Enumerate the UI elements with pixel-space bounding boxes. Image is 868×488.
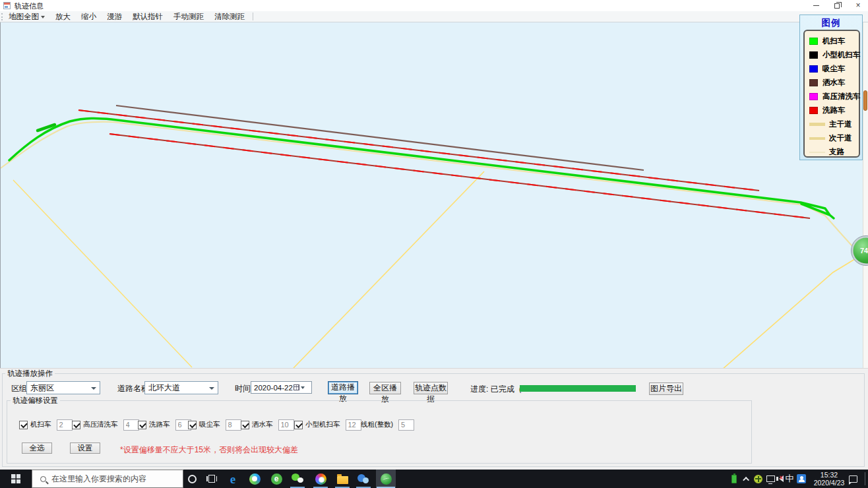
active-app-taskbar-button[interactable] xyxy=(376,470,396,488)
browser-ring-icon xyxy=(249,473,261,485)
clock-time: 15:32 xyxy=(810,471,848,479)
taskbar-search[interactable]: 在这里输入你要搜索的内容 xyxy=(32,470,183,488)
toolbar: 地图全图 放大 缩小 漫游 默认指针 手动测距 清除测距 xyxy=(0,11,868,22)
road-wash-checkbox[interactable] xyxy=(138,421,146,429)
legend-row: 小型机扫车 xyxy=(809,48,859,62)
secondary-road-swatch xyxy=(809,137,825,140)
sweeper-offset-input[interactable] xyxy=(57,419,73,431)
browser-360-taskbar-button[interactable]: e xyxy=(266,470,286,488)
checkbox-label: 高压清洗车 xyxy=(83,420,118,429)
road-select[interactable]: 北环大道 xyxy=(144,381,218,394)
contacts-tray-icon[interactable] xyxy=(795,470,807,488)
start-button[interactable] xyxy=(0,470,32,488)
clock-date: 2020/4/23 xyxy=(810,479,848,487)
legend-label: 支路 xyxy=(829,147,844,157)
app-window-icon xyxy=(3,2,11,9)
road-play-button[interactable]: 道路播放 xyxy=(328,381,358,394)
map-cluster-marker[interactable]: 74 xyxy=(852,236,868,266)
menu-item-zoom-out[interactable]: 缩小 xyxy=(76,11,102,22)
wechat-taskbar-button[interactable] xyxy=(288,470,307,488)
edge-icon: e xyxy=(230,473,235,485)
file-explorer-taskbar-button[interactable] xyxy=(332,470,352,488)
task-view-icon xyxy=(207,475,216,483)
legend-row: 次干道 xyxy=(809,131,859,145)
chrome-taskbar-button[interactable] xyxy=(311,470,330,488)
checkbox-label: 吸尘车 xyxy=(199,420,220,429)
minimize-button[interactable] xyxy=(806,0,826,11)
apply-button[interactable]: 设置 xyxy=(70,442,100,454)
time-label: 时间 xyxy=(235,383,251,394)
taskbar-clock[interactable]: 15:32 2020/4/23 xyxy=(810,471,848,487)
small-sweeper-checkbox[interactable] xyxy=(294,421,303,429)
high-pressure-offset-input[interactable] xyxy=(123,419,139,431)
screen: 轨迹信息 × 地图全图 放大 缩小 漫游 默认指针 手动测距 清除测距 xyxy=(0,0,868,488)
vacuum-offset-input[interactable] xyxy=(226,419,241,431)
cloud-app-icon xyxy=(357,473,369,484)
sweeper-color-swatch xyxy=(809,38,818,45)
offset-group-title: 轨迹偏移设置 xyxy=(11,396,60,406)
road-branch-southeast xyxy=(722,254,863,368)
sprinkler-checkbox[interactable] xyxy=(241,421,249,429)
small-sweeper-color-swatch xyxy=(809,51,818,59)
ime-label: 中 xyxy=(786,473,794,485)
offset-warning-text: *设置偏移量不应大于15米，否则将会出现较大偏差 xyxy=(120,444,298,456)
trajectory-sprinkler-line xyxy=(116,106,644,170)
legend-label: 小型机扫车 xyxy=(822,50,861,60)
district-select[interactable]: 东丽区 xyxy=(26,381,100,394)
checkbox-label: 洗路车 xyxy=(149,420,170,429)
branch-road-swatch xyxy=(809,152,825,153)
tray-overflow-button[interactable] xyxy=(741,470,752,488)
line-width-input[interactable] xyxy=(398,419,414,431)
restore-icon xyxy=(834,3,840,9)
marker-count-label: 74 xyxy=(860,247,868,255)
offset-item-high-pressure: 高压清洗车 xyxy=(72,419,139,431)
date-input[interactable] xyxy=(251,384,294,392)
antivirus-tray-icon[interactable] xyxy=(753,470,764,488)
trajectory-red-lower xyxy=(109,134,810,218)
legend-panel: 图例 机扫车 小型机扫车 吸尘车 洒水车 高压清洗车 xyxy=(799,15,863,160)
high-pressure-checkbox[interactable] xyxy=(72,421,80,429)
network-tray-icon[interactable] xyxy=(764,470,776,488)
export-image-button[interactable]: 图片导出 xyxy=(649,382,683,395)
menu-item-clear-measure[interactable]: 清除测距 xyxy=(209,11,250,22)
area-play-button[interactable]: 全区播放 xyxy=(369,382,401,394)
small-sweeper-offset-input[interactable] xyxy=(346,419,361,431)
show-desktop-button[interactable] xyxy=(865,472,865,485)
battery-tray-icon[interactable] xyxy=(728,470,740,488)
menu-item-full-map[interactable]: 地图全图 xyxy=(3,11,50,22)
sweeper-checkbox[interactable] xyxy=(19,421,28,429)
menu-item-pan[interactable]: 漫游 xyxy=(102,11,127,22)
date-picker[interactable] xyxy=(251,381,312,394)
chevron-down-icon xyxy=(41,16,45,18)
vacuum-checkbox[interactable] xyxy=(188,421,197,429)
ime-indicator[interactable]: 中 xyxy=(784,470,795,488)
main-road-swatch xyxy=(809,123,825,126)
speaker-muted-icon xyxy=(779,475,784,482)
task-view-button[interactable] xyxy=(202,470,222,488)
line-width-label: 线粗(整数) xyxy=(361,420,393,429)
cortana-button[interactable] xyxy=(182,470,202,488)
road-wash-color-swatch xyxy=(809,107,818,114)
map-canvas[interactable]: 74 xyxy=(0,22,868,368)
menu-item-measure[interactable]: 手动测距 xyxy=(168,11,209,22)
legend-label: 洗路车 xyxy=(822,106,846,115)
sprinkler-offset-input[interactable] xyxy=(278,419,294,431)
maximize-button[interactable] xyxy=(827,0,847,11)
cloud-app-taskbar-button[interactable] xyxy=(354,470,373,488)
map-trajectories: 74 xyxy=(1,22,868,368)
notification-icon xyxy=(849,475,857,483)
checkbox-label: 机扫车 xyxy=(30,420,51,429)
browser-ring-taskbar-button[interactable] xyxy=(245,470,264,488)
edge-taskbar-button[interactable]: e xyxy=(223,470,243,488)
sprinkler-color-swatch xyxy=(809,79,818,86)
search-icon xyxy=(40,476,46,482)
action-center-button[interactable] xyxy=(847,470,859,488)
playback-group-title: 轨迹播放操作 xyxy=(5,369,55,379)
close-button[interactable]: × xyxy=(848,0,868,11)
menu-item-zoom-in[interactable]: 放大 xyxy=(50,11,76,22)
select-all-button[interactable]: 全选 xyxy=(22,442,52,454)
network-icon xyxy=(766,475,775,482)
taskbar: 在这里输入你要搜索的内容 e e 中 15:32 2020/4/23 xyxy=(0,470,868,488)
track-points-button[interactable]: 轨迹点数据 xyxy=(414,382,448,394)
menu-item-default-pointer[interactable]: 默认指针 xyxy=(127,11,168,22)
